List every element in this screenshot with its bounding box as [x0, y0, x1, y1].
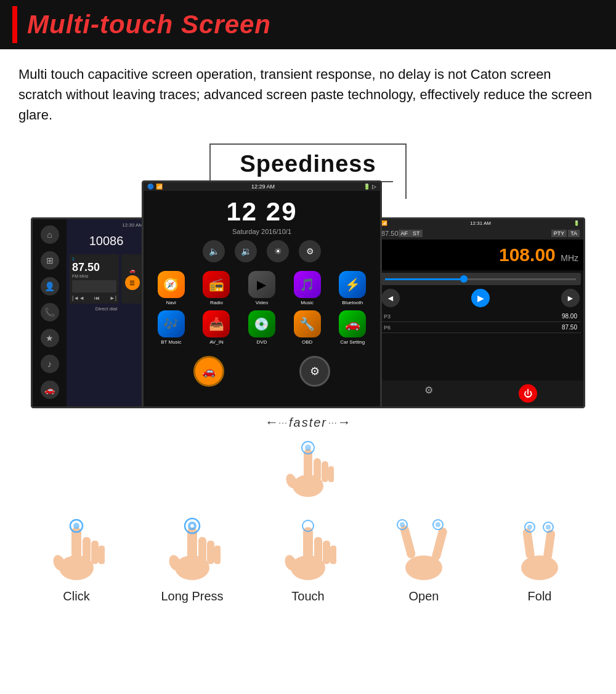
hand-gesture-center [0, 437, 616, 498]
btmusic-icon: 🎶 [158, 310, 185, 337]
app-bluetooth[interactable]: ⚡ Bluetooth [332, 271, 373, 305]
prev-btn[interactable]: ◄ [381, 289, 400, 307]
right-screen-content: 📶 12:31 AM 🔋 87.50 AF ST PTY TA 108.00 M… [378, 219, 583, 406]
volume-down-btn[interactable]: 🔈 [203, 240, 225, 262]
speediness-title: Speediness [223, 151, 393, 177]
svg-point-15 [73, 523, 79, 529]
music-icon: 🎵 [294, 271, 321, 298]
svg-rect-27 [303, 527, 313, 563]
center-screen-content: 🔵 📶 12:29 AM 🔋 ▷ 12 29 Saturday 2016/10/… [144, 182, 380, 406]
right-presets: P3 98.00 P6 87.50 [378, 309, 583, 381]
sidebar-icon-car: 🚗 [41, 381, 59, 399]
left-main: 12:30 AM 10086 1 87.50 FM MHz |◄◄ ⏮ ►| [67, 219, 146, 406]
center-hand-svg [280, 437, 336, 498]
gesture-long-press: Long Press [143, 510, 241, 603]
app-navi[interactable]: 🧭 Navi [151, 271, 192, 305]
svg-rect-40 [522, 528, 535, 559]
right-arrow: → [338, 414, 351, 430]
preset-p6[interactable]: P6 87.50 [380, 322, 581, 333]
svg-rect-20 [207, 541, 214, 564]
right-freq-row: 87.50 AF ST PTY TA [378, 227, 583, 240]
dvd-icon: 💿 [248, 310, 275, 337]
left-status-bar: 12:30 AM [70, 222, 143, 228]
sidebar-icon-home: ⌂ [41, 225, 59, 244]
svg-rect-11 [83, 537, 91, 563]
svg-rect-4 [322, 461, 328, 482]
svg-point-36 [400, 522, 405, 527]
faster-label: faster [289, 416, 327, 430]
gesture-fold: Fold [490, 510, 589, 603]
screenshots-wrapper: ⌂ ⊞ 👤 📞 ★ ♪ 🚗 12:30 AM 10086 1 87.50 FM … [25, 199, 591, 408]
svg-rect-30 [330, 546, 336, 564]
center-time: 12 29 [144, 191, 380, 228]
app-music[interactable]: 🎵 Music [287, 271, 328, 305]
svg-rect-12 [91, 541, 99, 564]
next-btn[interactable]: ► [561, 289, 580, 307]
carsetting-icon: 🚗 [339, 310, 366, 337]
fold-hand-svg [503, 514, 577, 581]
app-carsetting[interactable]: 🚗 Car Setting [332, 310, 373, 345]
bluetooth-label: Bluetooth [342, 300, 363, 305]
brightness-btn[interactable]: ☀ [267, 240, 289, 262]
video-icon: ▶ [248, 271, 275, 298]
navi-label: Navi [166, 300, 176, 305]
sidebar-icon-grid: ⊞ [41, 251, 59, 270]
preset-p3[interactable]: P3 98.00 [380, 311, 581, 322]
sidebar-icon-music: ♪ [41, 355, 59, 373]
app-btmusic[interactable]: 🎶 BT Music [151, 310, 192, 345]
app-radio[interactable]: 📻 Radio [197, 271, 237, 305]
app-obd[interactable]: 🔧 OBD [287, 310, 328, 345]
svg-point-43 [527, 525, 532, 530]
faster-section: ← ··· faster ··· → [0, 414, 616, 430]
video-label: Video [256, 300, 268, 305]
screen-left: ⌂ ⊞ 👤 📞 ★ ♪ 🚗 12:30 AM 10086 1 87.50 FM … [31, 217, 148, 408]
menu-btn[interactable]: ⚙ [299, 356, 330, 387]
radio-label: Radio [210, 300, 223, 305]
touch-hand-svg [277, 514, 339, 581]
bluetooth-icon: ⚡ [339, 271, 366, 298]
right-freq-main: 108.00 MHz [378, 240, 583, 270]
svg-point-39 [521, 555, 558, 580]
car-btn[interactable]: 🚗 [193, 356, 224, 387]
gesture-open-img [387, 510, 461, 584]
description-text: Multi touch capacitive screen operation,… [0, 64, 616, 137]
center-controls: 🔈 🔉 ☀ ⚙ [144, 240, 380, 262]
center-date: Saturday 2016/10/1 [144, 228, 380, 235]
slider-thumb[interactable] [460, 275, 468, 283]
dvd-label: DVD [257, 339, 267, 345]
app-video[interactable]: ▶ Video [241, 271, 282, 305]
screen-right: 📶 12:31 AM 🔋 87.50 AF ST PTY TA 108.00 M… [376, 217, 585, 408]
power-btn[interactable]: ⏻ [519, 384, 537, 403]
left-sidebar: ⌂ ⊞ 👤 📞 ★ ♪ 🚗 [33, 219, 67, 406]
right-slider[interactable] [380, 273, 581, 285]
svg-rect-5 [328, 466, 334, 482]
app-avin[interactable]: 📥 AV_IN [197, 310, 237, 345]
gesture-click-label: Click [63, 589, 89, 603]
svg-rect-34 [431, 527, 448, 562]
play-btn[interactable]: ▶ [471, 289, 490, 307]
settings-btn[interactable]: ⚙ [299, 240, 321, 262]
left-number: 10086 [70, 234, 143, 248]
avin-icon: 📥 [203, 310, 230, 337]
sidebar-icon-phone: 📞 [41, 303, 59, 321]
obd-label: OBD [302, 339, 312, 345]
eq-icon[interactable]: ⚙ [424, 384, 433, 403]
svg-rect-28 [314, 537, 322, 563]
app-dvd[interactable]: 💿 DVD [241, 310, 282, 345]
dots-left: ··· [278, 418, 288, 427]
svg-rect-41 [543, 529, 556, 560]
volume-up-btn[interactable]: 🔉 [235, 240, 257, 262]
header-red-accent [12, 6, 17, 43]
svg-rect-3 [314, 458, 321, 482]
navi-icon: 🧭 [158, 271, 185, 298]
svg-rect-21 [214, 546, 221, 564]
screen-center: 🔵 📶 12:29 AM 🔋 ▷ 12 29 Saturday 2016/10/… [142, 180, 382, 408]
gesture-click: Click [27, 510, 126, 603]
svg-point-38 [436, 522, 440, 527]
gesture-fold-label: Fold [528, 589, 552, 603]
gesture-long-press-label: Long Press [161, 589, 223, 603]
svg-rect-19 [198, 537, 206, 563]
btmusic-label: BT Music [161, 339, 181, 345]
svg-point-7 [305, 445, 311, 451]
left-screen-content: ⌂ ⊞ 👤 📞 ★ ♪ 🚗 12:30 AM 10086 1 87.50 FM … [33, 219, 146, 406]
